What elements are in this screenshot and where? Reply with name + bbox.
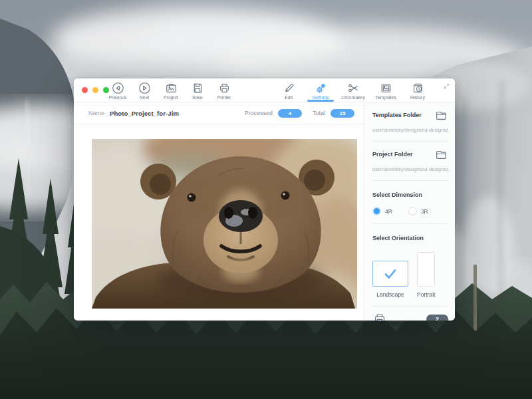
toolbar-left-group: Previous Next Project: [104, 78, 237, 102]
settings-gears-icon: [315, 82, 327, 94]
project-folder-icon: [165, 82, 178, 94]
settings-sidebar: Templates Folder user/dembsky/designs/ui…: [364, 102, 455, 321]
toolbar-button-edit[interactable]: Edit: [273, 78, 305, 102]
portrait-label: Portrait: [417, 291, 435, 298]
toolbar-button-next[interactable]: Next: [131, 78, 158, 102]
window-content: Name Photo_Project_for-Jim Processed 4 T…: [74, 102, 455, 321]
checkmark-icon: [383, 268, 398, 280]
total-label: Total: [313, 110, 325, 116]
history-clock-icon: [412, 82, 424, 94]
radio-selected-icon: [372, 207, 381, 215]
radio-4r[interactable]: 4R: [372, 207, 392, 215]
save-icon: [192, 82, 204, 94]
name-label: Name: [88, 110, 104, 116]
minimize-button[interactable]: [92, 87, 98, 93]
orientation-option-portrait[interactable]: Portrait: [417, 252, 435, 298]
toolbar-button-chromakey[interactable]: Chromakey: [336, 78, 370, 102]
scissors-icon: [347, 82, 360, 94]
templates-icon: [380, 82, 392, 94]
toolbar-button-save[interactable]: Save: [184, 78, 211, 102]
toolbar-button-label: Templates: [375, 95, 396, 100]
orientation-option-landscape[interactable]: Landscape: [372, 261, 408, 298]
printer-icon: [218, 82, 231, 94]
landscape-thumbnail[interactable]: [372, 261, 408, 287]
orientation-section: Select Orientation Landscape Portrait: [372, 224, 448, 306]
previous-icon: [112, 82, 124, 94]
radio-3r[interactable]: 3R: [408, 207, 428, 215]
toolbar-button-label: Save: [192, 95, 203, 100]
templates-folder-label: Templates Folder: [372, 112, 422, 118]
fullscreen-expand-icon[interactable]: [443, 82, 450, 90]
landscape-label: Landscape: [376, 291, 404, 298]
main-panel: Name Photo_Project_for-Jim Processed 4 T…: [74, 102, 364, 321]
project-name-value[interactable]: Photo_Project_for-Jim: [110, 110, 179, 117]
dimension-section: Select Dimension 4R 3R: [372, 181, 448, 224]
processed-label: Processed: [244, 110, 273, 116]
toolbar-right-group: Edit Settings Chromakey: [273, 78, 434, 102]
dimension-label: Select Dimension: [372, 192, 422, 198]
print-queue-bar: 2: [372, 306, 448, 321]
toolbar-button-label: Printer: [217, 95, 231, 100]
processed-badge: 4: [278, 109, 302, 118]
toolbar-button-templates[interactable]: Templates: [370, 78, 402, 102]
radio-4r-label: 4R: [385, 208, 392, 215]
toolbar-button-printer[interactable]: Printer: [211, 78, 237, 102]
templates-folder-section: Templates Folder user/dembsky/designs/ui…: [372, 102, 448, 142]
toolbar-button-label: Chromakey: [341, 95, 365, 100]
radio-3r-label: 3R: [421, 208, 428, 215]
project-folder-section: Project Folder user/dembsky/designs/ui-d…: [372, 142, 448, 181]
project-name-row: Name Photo_Project_for-Jim Processed 4 T…: [74, 102, 364, 124]
toolbar-button-previous[interactable]: Previous: [104, 78, 131, 102]
total-badge: 15: [331, 109, 354, 118]
project-folder-path: user/dembsky/designs/ui-designs/pi...: [372, 166, 448, 172]
toolbar-button-settings[interactable]: Settings: [305, 78, 336, 102]
close-button[interactable]: [82, 87, 88, 93]
toolbar-button-label: Edit: [285, 95, 293, 100]
folder-icon[interactable]: [434, 109, 448, 121]
printer-icon[interactable]: [372, 312, 387, 321]
toolbar-button-label: Next: [140, 95, 149, 100]
photo-canvas: [74, 124, 364, 321]
toolbar-button-label: Settings: [313, 95, 329, 100]
radio-unselected-icon: [408, 207, 417, 215]
toolbar-button-history[interactable]: History: [402, 78, 434, 102]
counters: Processed 4 Total 15: [244, 109, 354, 118]
project-folder-label: Project Folder: [372, 151, 413, 158]
toolbar: Previous Next Project: [74, 78, 455, 102]
edit-pencil-icon: [283, 82, 295, 94]
toolbar-button-label: History: [410, 95, 425, 100]
bear-photo: [92, 139, 357, 309]
app-window: Previous Next Project: [74, 78, 455, 321]
portrait-thumbnail[interactable]: [417, 252, 435, 287]
toolbar-button-project[interactable]: Project: [158, 78, 184, 102]
templates-folder-path: user/dembsky/designs/ui-designs/pi...: [372, 127, 448, 133]
folder-icon[interactable]: [434, 148, 448, 160]
queue-count-badge: 2: [426, 315, 448, 321]
next-icon: [138, 82, 151, 94]
toolbar-button-label: Project: [164, 95, 178, 100]
orientation-label: Select Orientation: [372, 235, 424, 241]
toolbar-button-label: Previous: [108, 95, 126, 100]
